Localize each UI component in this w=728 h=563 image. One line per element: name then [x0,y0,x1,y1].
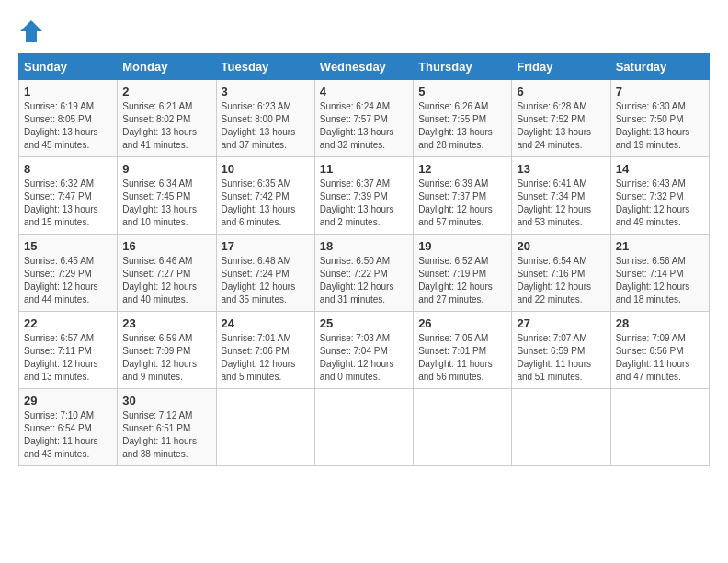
day-info: Sunrise: 6:54 AMSunset: 7:16 PMDaylight:… [517,256,591,304]
day-info: Sunrise: 6:46 AMSunset: 7:27 PMDaylight:… [122,256,197,304]
day-info: Sunrise: 6:41 AMSunset: 7:34 PMDaylight:… [517,178,591,227]
header-cell-saturday: Saturday [610,54,709,80]
day-info: Sunrise: 6:23 AMSunset: 8:00 PMDaylight:… [222,101,296,150]
day-number: 27 [517,316,605,330]
calendar-cell: 15 Sunrise: 6:45 AMSunset: 7:29 PMDaylig… [19,235,118,312]
day-number: 8 [24,162,112,176]
header-cell-friday: Friday [512,54,610,80]
day-number: 3 [222,85,310,98]
day-number: 25 [320,316,408,330]
calendar-cell: 19 Sunrise: 6:52 AMSunset: 7:19 PMDaylig… [414,235,512,312]
day-info: Sunrise: 6:34 AMSunset: 7:45 PMDaylight:… [122,178,197,227]
day-number: 15 [24,239,112,253]
day-info: Sunrise: 6:45 AMSunset: 7:29 PMDaylight:… [24,256,98,304]
day-number: 16 [122,239,210,253]
day-number: 4 [320,85,408,98]
calendar-cell: 18 Sunrise: 6:50 AMSunset: 7:22 PMDaylig… [314,235,413,312]
calendar-cell: 23 Sunrise: 6:59 AMSunset: 7:09 PMDaylig… [118,312,216,389]
header-cell-thursday: Thursday [414,54,512,80]
day-info: Sunrise: 7:01 AMSunset: 7:06 PMDaylight:… [222,333,296,382]
calendar-cell: 22 Sunrise: 6:57 AMSunset: 7:11 PMDaylig… [19,312,118,389]
day-number: 1 [24,85,112,98]
calendar-cell: 24 Sunrise: 7:01 AMSunset: 7:06 PMDaylig… [216,312,314,389]
calendar-cell: 8 Sunrise: 6:32 AMSunset: 7:47 PMDayligh… [19,157,118,235]
day-info: Sunrise: 6:57 AMSunset: 7:11 PMDaylight:… [24,333,98,382]
day-number: 18 [320,239,408,253]
calendar-cell: 3 Sunrise: 6:23 AMSunset: 8:00 PMDayligh… [216,80,314,157]
day-info: Sunrise: 7:12 AMSunset: 6:51 PMDaylight:… [122,410,197,459]
day-info: Sunrise: 6:35 AMSunset: 7:42 PMDaylight:… [222,178,296,227]
calendar-cell [314,389,413,466]
calendar-cell: 14 Sunrise: 6:43 AMSunset: 7:32 PMDaylig… [610,157,709,235]
calendar-cell: 27 Sunrise: 7:07 AMSunset: 6:59 PMDaylig… [512,312,610,389]
calendar-cell: 7 Sunrise: 6:30 AMSunset: 7:50 PMDayligh… [610,80,709,157]
day-info: Sunrise: 6:37 AMSunset: 7:39 PMDaylight:… [320,178,394,227]
day-number: 7 [616,85,704,98]
calendar-body: 1 Sunrise: 6:19 AMSunset: 8:05 PMDayligh… [19,80,710,466]
calendar-cell: 9 Sunrise: 6:34 AMSunset: 7:45 PMDayligh… [118,157,216,235]
calendar-cell: 17 Sunrise: 6:48 AMSunset: 7:24 PMDaylig… [216,235,314,312]
day-number: 24 [222,316,310,330]
calendar-week-1: 1 Sunrise: 6:19 AMSunset: 8:05 PMDayligh… [19,80,710,157]
calendar-cell: 11 Sunrise: 6:37 AMSunset: 7:39 PMDaylig… [314,157,413,235]
calendar-cell: 13 Sunrise: 6:41 AMSunset: 7:34 PMDaylig… [512,157,610,235]
day-number: 12 [418,162,506,176]
calendar-header-row: SundayMondayTuesdayWednesdayThursdayFrid… [19,54,710,80]
day-number: 30 [122,394,210,408]
calendar-week-4: 22 Sunrise: 6:57 AMSunset: 7:11 PMDaylig… [19,312,710,389]
day-number: 11 [320,162,408,176]
calendar-cell [414,389,512,466]
calendar-cell: 26 Sunrise: 7:05 AMSunset: 7:01 PMDaylig… [414,312,512,389]
calendar-cell: 29 Sunrise: 7:10 AMSunset: 6:54 PMDaylig… [19,389,118,466]
day-info: Sunrise: 6:56 AMSunset: 7:14 PMDaylight:… [616,256,690,304]
day-info: Sunrise: 6:59 AMSunset: 7:09 PMDaylight:… [122,333,197,382]
day-number: 2 [122,85,210,98]
day-info: Sunrise: 7:05 AMSunset: 7:01 PMDaylight:… [418,333,493,382]
day-info: Sunrise: 6:50 AMSunset: 7:22 PMDaylight:… [320,256,394,304]
calendar-table: SundayMondayTuesdayWednesdayThursdayFrid… [18,53,710,466]
calendar-cell: 30 Sunrise: 7:12 AMSunset: 6:51 PMDaylig… [118,389,216,466]
day-info: Sunrise: 7:10 AMSunset: 6:54 PMDaylight:… [24,410,98,459]
day-number: 22 [24,316,112,330]
calendar-cell: 6 Sunrise: 6:28 AMSunset: 7:52 PMDayligh… [512,80,610,157]
day-info: Sunrise: 6:43 AMSunset: 7:32 PMDaylight:… [616,178,690,227]
day-number: 26 [418,316,506,330]
calendar-cell: 5 Sunrise: 6:26 AMSunset: 7:55 PMDayligh… [414,80,512,157]
day-number: 28 [616,316,704,330]
day-number: 6 [517,85,605,98]
logo [18,18,48,44]
header-cell-wednesday: Wednesday [314,54,413,80]
header-cell-sunday: Sunday [19,54,118,80]
calendar-cell [216,389,314,466]
calendar-cell: 4 Sunrise: 6:24 AMSunset: 7:57 PMDayligh… [314,80,413,157]
day-info: Sunrise: 6:28 AMSunset: 7:52 PMDaylight:… [517,101,591,150]
day-info: Sunrise: 6:52 AMSunset: 7:19 PMDaylight:… [418,256,493,304]
calendar-week-3: 15 Sunrise: 6:45 AMSunset: 7:29 PMDaylig… [19,235,710,312]
day-number: 5 [418,85,506,98]
calendar-cell: 10 Sunrise: 6:35 AMSunset: 7:42 PMDaylig… [216,157,314,235]
header-cell-monday: Monday [118,54,216,80]
day-number: 14 [616,162,704,176]
day-number: 21 [616,239,704,253]
day-number: 19 [418,239,506,253]
calendar-cell [512,389,610,466]
day-info: Sunrise: 6:48 AMSunset: 7:24 PMDaylight:… [222,256,296,304]
day-number: 29 [24,394,112,408]
day-number: 17 [222,239,310,253]
day-info: Sunrise: 6:21 AMSunset: 8:02 PMDaylight:… [122,101,197,150]
calendar-cell: 12 Sunrise: 6:39 AMSunset: 7:37 PMDaylig… [414,157,512,235]
day-info: Sunrise: 7:09 AMSunset: 6:56 PMDaylight:… [616,333,690,382]
day-info: Sunrise: 6:19 AMSunset: 8:05 PMDaylight:… [24,101,98,150]
day-number: 10 [222,162,310,176]
day-info: Sunrise: 6:24 AMSunset: 7:57 PMDaylight:… [320,101,394,150]
day-info: Sunrise: 6:32 AMSunset: 7:47 PMDaylight:… [24,178,98,227]
calendar-cell: 25 Sunrise: 7:03 AMSunset: 7:04 PMDaylig… [314,312,413,389]
calendar-cell: 2 Sunrise: 6:21 AMSunset: 8:02 PMDayligh… [118,80,216,157]
day-number: 23 [122,316,210,330]
day-info: Sunrise: 6:26 AMSunset: 7:55 PMDaylight:… [418,101,493,150]
day-info: Sunrise: 7:03 AMSunset: 7:04 PMDaylight:… [320,333,394,382]
calendar-cell: 1 Sunrise: 6:19 AMSunset: 8:05 PMDayligh… [19,80,118,157]
day-number: 9 [122,162,210,176]
calendar-week-2: 8 Sunrise: 6:32 AMSunset: 7:47 PMDayligh… [19,157,710,235]
logo-icon [18,18,44,44]
